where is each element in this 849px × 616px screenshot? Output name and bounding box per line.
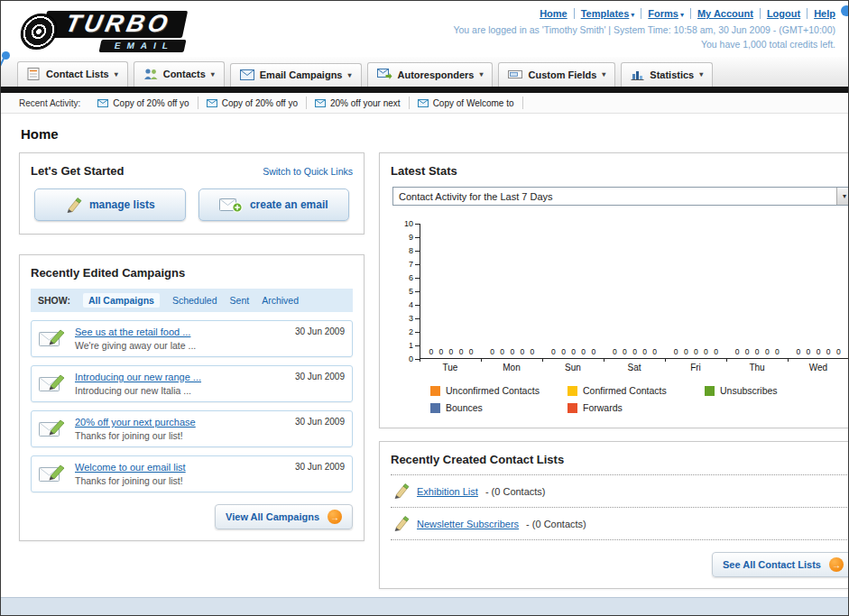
contact-list-item[interactable]: Newsletter Subscribers- (0 Contacts): [391, 508, 849, 540]
turbo-email-logo[interactable]: TURBO EMAIL: [21, 5, 185, 57]
mail-small-icon: [315, 99, 326, 107]
right-column: Latest Stats Contact Activity for the La…: [379, 152, 849, 589]
nav-link-templates[interactable]: Templates: [581, 8, 630, 19]
nav-item-help: Help: [807, 8, 835, 19]
nav-link-home[interactable]: Home: [540, 8, 568, 19]
legend-label: Confirmed Contacts: [583, 385, 667, 396]
campaign-filter-bar: SHOW: All CampaignsScheduledSentArchived: [31, 289, 353, 312]
chart-y-axis: 109876543210: [400, 224, 420, 359]
contact-list-link[interactable]: Exhibition List: [417, 486, 478, 497]
columns: Let's Get Started Switch to Quick Links …: [19, 152, 830, 589]
campaign-row[interactable]: 20% off your next purchaseThanks for joi…: [31, 410, 353, 447]
x-axis-label: Wed: [788, 359, 849, 374]
nav-item-logout: Logout: [761, 8, 807, 19]
nav-link-logout[interactable]: Logout: [767, 8, 800, 19]
y-tick-label: 2: [409, 327, 413, 336]
tab-autoresponders[interactable]: Autoresponders▾: [367, 62, 494, 87]
autoresponders-icon: [377, 69, 392, 80]
recent-activity-item-label: 20% off your next: [330, 98, 401, 108]
page-footer: [1, 597, 848, 615]
filter-all-campaigns[interactable]: All Campaigns: [83, 293, 160, 308]
contact-list-items: Exhibition List- (0 Contacts)Newsletter …: [391, 475, 849, 540]
filter-archived[interactable]: Archived: [262, 295, 299, 306]
tab-statistics[interactable]: Statistics▾: [621, 62, 713, 87]
chart-value-labels: 0 0 0 0 0: [482, 347, 543, 356]
contact-list-item[interactable]: Exhibition List- (0 Contacts): [391, 475, 849, 508]
nav-link-help[interactable]: Help: [814, 8, 835, 19]
x-tick-mark: [420, 359, 420, 362]
chevron-down-icon: ▾: [631, 11, 634, 19]
chart-bar-group: 0 0 0 0 0: [665, 224, 726, 358]
campaign-text: 20% off your next purchaseThanks for joi…: [75, 417, 282, 441]
legend-label: Unsubscribes: [720, 385, 778, 396]
campaign-subtitle: Introducing our new Italia ...: [75, 385, 282, 396]
envelope-pencil-icon: [39, 463, 68, 484]
chart-value-labels: 0 0 0 0 0: [665, 347, 726, 356]
x-axis-label: Thu: [726, 359, 788, 374]
tab-custom-fields[interactable]: Custom Fields▾: [498, 62, 615, 87]
y-tick-label: 9: [409, 233, 413, 242]
view-all-campaigns-button[interactable]: View All Campaigns →: [215, 504, 353, 529]
nav-link-my-account[interactable]: My Account: [697, 8, 753, 19]
campaign-title-link[interactable]: See us at the retail food ...: [75, 326, 282, 337]
x-axis-label: Sun: [542, 359, 604, 374]
tab-contacts[interactable]: Contacts▾: [134, 61, 225, 87]
filter-scheduled[interactable]: Scheduled: [172, 295, 217, 306]
campaign-row[interactable]: Introducing our new range ...Introducing…: [31, 365, 353, 402]
recent-activity-bar: Recent Activity: Copy of 20% off yoCopy …: [1, 93, 848, 114]
chevron-down-icon[interactable]: ▾: [836, 188, 849, 205]
envelope-pencil-icon: [39, 418, 68, 439]
chart-value-labels: 0 0 0 0 0: [420, 347, 482, 356]
legend-swatch: [705, 386, 715, 396]
chart-bar-group: 0 0 0 0 0: [726, 224, 788, 358]
campaign-row[interactable]: Welcome to our email listThanks for join…: [31, 455, 353, 492]
arrow-right-icon: →: [328, 510, 342, 524]
campaign-row[interactable]: See us at the retail food ...We're givin…: [31, 320, 353, 357]
y-tick-label: 8: [409, 246, 413, 255]
recent-activity-item[interactable]: 20% off your next: [307, 97, 410, 109]
recent-activity-item[interactable]: Copy of 20% off yo: [89, 97, 198, 109]
header-right: HomeTemplates▾Forms▾My AccountLogoutHelp…: [453, 5, 835, 57]
recent-activity-item[interactable]: Copy of 20% off yo: [198, 97, 307, 109]
chart-legend: Unconfirmed ContactsConfirmed ContactsUn…: [430, 385, 849, 413]
y-tick-label: 0: [409, 354, 413, 363]
see-all-contact-lists-label: See All Contact Lists: [723, 559, 821, 570]
chevron-down-icon: ▾: [115, 70, 118, 78]
statistics-icon: [631, 69, 644, 80]
campaign-title-link[interactable]: Introducing our new range ...: [75, 372, 282, 382]
legend-item-unsubscribes: Unsubscribes: [705, 385, 842, 396]
filter-sent[interactable]: Sent: [230, 295, 250, 306]
contact-list-link[interactable]: Newsletter Subscribers: [417, 519, 519, 529]
envelope-plus-icon: [219, 198, 243, 213]
legend-label: Bounces: [446, 402, 483, 413]
tab-contact-lists[interactable]: Contact Lists▾: [17, 61, 128, 87]
chevron-down-icon: ▾: [211, 70, 215, 78]
campaign-title-link[interactable]: Welcome to our email list: [75, 462, 282, 473]
campaign-date: 30 Jun 2009: [295, 417, 345, 427]
recent-activity-item[interactable]: Copy of Welcome to: [410, 97, 523, 109]
y-tick-label: 1: [409, 341, 413, 350]
create-email-button[interactable]: create an email: [198, 188, 350, 221]
main-tabs: Contact Lists▾Contacts▾Email Campaigns▾A…: [1, 57, 848, 87]
switch-quick-links-link[interactable]: Switch to Quick Links: [263, 166, 353, 177]
nav-item-my-account: My Account: [691, 8, 761, 19]
legend-swatch: [568, 386, 577, 396]
nav-link-forms[interactable]: Forms: [648, 8, 678, 19]
tab-email-campaigns[interactable]: Email Campaigns▾: [230, 63, 362, 87]
tab-label: Email Campaigns: [260, 69, 343, 80]
arrow-glyph: →: [330, 512, 339, 522]
campaign-subtitle: Thanks for joining our list!: [75, 475, 282, 486]
tab-label: Statistics: [650, 69, 694, 80]
legend-swatch: [430, 403, 440, 413]
campaign-subtitle: Thanks for joining our list!: [75, 430, 282, 441]
chart-bar-group: 0 0 0 0 0: [543, 224, 604, 358]
manage-lists-button[interactable]: manage lists: [34, 188, 186, 221]
pencil-icon: [392, 516, 410, 531]
get-started-panel: Let's Get Started Switch to Quick Links …: [19, 152, 365, 234]
campaign-title-link[interactable]: 20% off your next purchase: [75, 417, 282, 428]
stats-period-dropdown[interactable]: Contact Activity for the Last 7 Days ▾: [392, 187, 849, 206]
credits-status: You have 1,000 total credits left.: [453, 37, 835, 51]
see-all-contact-lists-button[interactable]: See All Contact Lists →: [712, 552, 849, 577]
top-nav: HomeTemplates▾Forms▾My AccountLogoutHelp: [453, 8, 835, 19]
main-content: Home Let's Get Started Switch to Quick L…: [1, 114, 848, 589]
